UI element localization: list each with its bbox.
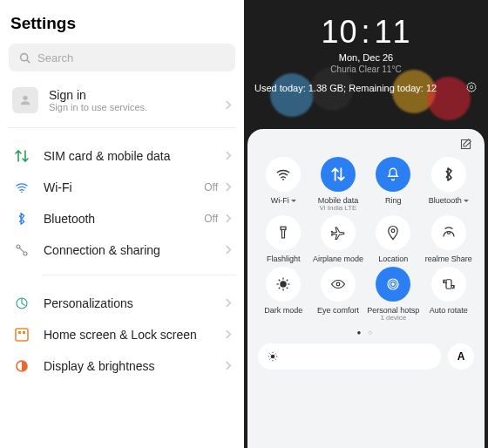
search-placeholder: Search — [37, 51, 73, 64]
sim-icon — [12, 149, 31, 163]
row-wifi[interactable]: Wi-Fi Off — [9, 172, 235, 203]
brightness-icon — [267, 350, 279, 363]
row-label: Wi-Fi — [44, 180, 72, 194]
tile-mobile-data[interactable]: Mobile data Vi India LTE — [313, 157, 364, 212]
row-value: Off — [204, 181, 218, 193]
row-bluetooth[interactable]: Bluetooth Off — [9, 203, 235, 234]
svg-line-24 — [287, 280, 288, 282]
data-usage-bar: Used today: 1.38 GB; Remaining today: 12 — [244, 74, 488, 98]
personalization-icon — [12, 296, 31, 310]
svg-rect-7 — [16, 329, 28, 341]
tile-share[interactable]: realme Share — [423, 215, 474, 263]
tile-wifi[interactable]: Wi-Fi — [258, 157, 309, 212]
row-personalizations[interactable]: Personalizations — [9, 288, 235, 319]
date: Mon, Dec 26 — [244, 52, 488, 63]
svg-point-0 — [21, 53, 28, 60]
edit-icon[interactable] — [459, 138, 472, 154]
row-label: SIM card & mobile data — [44, 149, 171, 163]
row-connection[interactable]: Connection & sharing — [9, 234, 235, 266]
svg-line-37 — [275, 359, 276, 360]
avatar — [12, 87, 38, 113]
svg-line-36 — [270, 354, 271, 355]
row-label: Bluetooth — [44, 212, 95, 226]
settings-pane: Settings Search Sign in Sign in to use s… — [0, 0, 244, 448]
page-title: Settings — [10, 14, 235, 33]
svg-rect-30 — [446, 280, 451, 289]
quick-settings-pane: 10:11 Mon, Dec 26 Churia Clear 11°C Used… — [244, 0, 488, 448]
row-label: Home screen & Lock screen — [44, 328, 197, 342]
brightness-slider[interactable] — [258, 343, 441, 370]
row-sim[interactable]: SIM card & mobile data — [9, 140, 235, 172]
gear-icon[interactable] — [465, 81, 478, 95]
svg-line-23 — [287, 288, 288, 289]
page-indicator: ● ○ — [258, 329, 474, 336]
display-icon — [12, 359, 31, 373]
chevron-right-icon — [226, 148, 232, 164]
quick-panel: Wi-Fi Mobile data Vi India LTE Ring Blue… — [247, 129, 485, 448]
signin-title: Sign in — [49, 88, 147, 102]
wifi-icon — [12, 180, 31, 194]
search-icon — [19, 52, 30, 64]
chevron-right-icon — [226, 211, 232, 227]
svg-line-22 — [279, 280, 281, 282]
bluetooth-icon — [12, 212, 31, 226]
clock-area: 10:11 Mon, Dec 26 Churia Clear 11°C — [244, 0, 488, 74]
divider — [42, 275, 235, 275]
chevron-right-icon — [226, 98, 232, 113]
row-label: Display & brightness — [44, 359, 155, 373]
chevron-right-icon — [226, 180, 232, 195]
svg-point-11 — [470, 85, 473, 89]
weather: Churia Clear 11°C — [244, 64, 488, 74]
connection-icon — [12, 243, 31, 257]
tile-bluetooth[interactable]: Bluetooth — [423, 157, 474, 212]
svg-point-15 — [391, 229, 395, 233]
row-label: Personalizations — [44, 296, 133, 310]
chevron-right-icon — [226, 295, 232, 311]
tile-ring[interactable]: Ring — [367, 157, 419, 212]
row-homescreen[interactable]: Home screen & Lock screen — [9, 319, 235, 350]
svg-point-17 — [281, 281, 288, 288]
homescreen-icon — [12, 328, 31, 342]
clock: 10:11 — [244, 14, 488, 51]
signin-row[interactable]: Sign in Sign in to use services. — [9, 84, 235, 128]
tile-eye-comfort[interactable]: Eye comfort — [313, 267, 364, 322]
svg-line-39 — [270, 359, 271, 360]
svg-rect-8 — [18, 331, 21, 334]
svg-line-38 — [275, 354, 276, 355]
svg-point-3 — [21, 192, 23, 193]
tile-location[interactable]: Location — [367, 215, 419, 263]
chevron-right-icon — [226, 242, 232, 258]
svg-point-27 — [392, 283, 395, 286]
svg-rect-9 — [23, 331, 25, 334]
svg-point-13 — [282, 179, 284, 180]
tile-airplane[interactable]: Airplane mode — [313, 215, 364, 263]
search-input[interactable]: Search — [9, 44, 235, 71]
tile-auto-rotate[interactable]: Auto rotate — [423, 267, 474, 322]
tile-dark-mode[interactable]: Dark mode — [258, 267, 309, 322]
svg-point-2 — [23, 96, 27, 100]
tile-hotspot[interactable]: Personal hotspot 1 device — [367, 267, 419, 322]
svg-line-1 — [27, 59, 30, 62]
row-label: Connection & sharing — [44, 243, 160, 257]
row-value: Off — [204, 213, 218, 225]
row-display[interactable]: Display & brightness — [9, 350, 235, 382]
signin-sub: Sign in to use services. — [49, 102, 147, 112]
chevron-right-icon — [226, 327, 232, 343]
chevron-right-icon — [226, 358, 232, 374]
brightness-row: A — [258, 343, 474, 370]
svg-line-25 — [279, 288, 281, 289]
svg-point-26 — [336, 282, 340, 286]
svg-rect-14 — [281, 227, 286, 229]
svg-point-31 — [271, 355, 275, 359]
tile-flashlight[interactable]: Flashlight — [258, 215, 309, 263]
auto-brightness-button[interactable]: A — [448, 343, 474, 370]
